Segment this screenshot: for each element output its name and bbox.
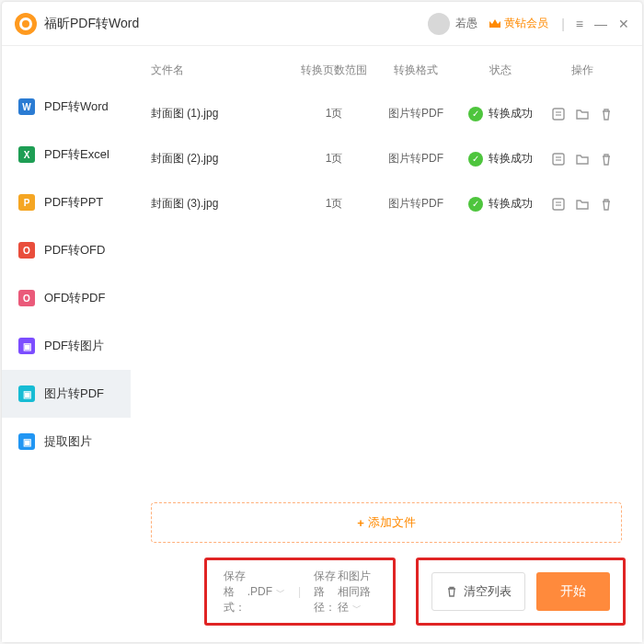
check-icon: ✓ <box>468 107 483 121</box>
svg-rect-6 <box>553 199 564 210</box>
nav-label: PDF转Excel <box>44 146 109 163</box>
bottom-bar: 保存格式： .PDF﹀ | 保存路径： 和图片相同路径﹀ 清空列表 开始 <box>131 546 642 642</box>
folder-icon[interactable] <box>575 197 590 212</box>
options-panel: 保存格式： .PDF﹀ | 保存路径： 和图片相同路径﹀ <box>204 558 396 626</box>
app-title: 福昕PDF转Word <box>44 16 139 32</box>
check-icon: ✓ <box>468 197 483 212</box>
window-controls: | ≡ — ✕ <box>561 17 629 31</box>
table-header: 文件名 转换页数范围 转换格式 状态 操作 <box>131 46 642 91</box>
cell-range: 1页 <box>294 106 373 121</box>
nav-label: PDF转图片 <box>44 338 104 354</box>
sidebar-item-pdf-to-word[interactable]: WPDF转Word <box>2 83 131 131</box>
vip-label: 黄钻会员 <box>504 16 548 31</box>
trash-icon[interactable] <box>599 107 614 121</box>
divider: | <box>298 585 301 598</box>
titlebar: 福昕PDF转Word 若愚 黄钻会员 | ≡ — ✕ <box>2 2 642 46</box>
table-row: 封面图 (1).jpg 1页 图片转PDF ✓转换成功 <box>131 91 642 136</box>
svg-rect-0 <box>553 109 564 120</box>
cell-range: 1页 <box>294 151 373 167</box>
th-status: 状态 <box>458 63 543 78</box>
th-name: 文件名 <box>151 63 294 78</box>
table-row: 封面图 (3).jpg 1页 图片转PDF ✓转换成功 <box>131 181 642 226</box>
cell-format: 图片转PDF <box>374 196 458 212</box>
plus-icon: + <box>357 516 364 530</box>
svg-rect-3 <box>553 154 564 165</box>
cell-format: 图片转PDF <box>374 151 458 167</box>
nav-label: 提取图片 <box>44 433 92 450</box>
check-icon: ✓ <box>468 152 483 167</box>
save-format-select[interactable]: .PDF﹀ <box>247 585 285 599</box>
nav-label: OFD转PDF <box>44 290 105 306</box>
clear-list-button[interactable]: 清空列表 <box>431 572 525 611</box>
cell-filename: 封面图 (3).jpg <box>151 196 294 212</box>
vip-badge[interactable]: 黄钻会员 <box>489 16 548 31</box>
image-icon: ▣ <box>18 338 35 354</box>
sidebar: WPDF转Word XPDF转Excel PPDF转PPT OPDF转OFD O… <box>2 46 131 642</box>
save-path-label: 保存路径： <box>314 569 338 615</box>
view-icon[interactable] <box>551 197 566 212</box>
trash-icon <box>445 585 458 598</box>
status-badge: ✓转换成功 <box>468 151 533 167</box>
cell-filename: 封面图 (1).jpg <box>151 106 294 121</box>
sidebar-item-pdf-to-excel[interactable]: XPDF转Excel <box>2 131 131 178</box>
action-buttons: 清空列表 开始 <box>416 558 626 626</box>
sidebar-item-image-to-pdf[interactable]: ▣图片转PDF <box>2 370 131 418</box>
divider: | <box>561 17 565 31</box>
extract-icon: ▣ <box>18 433 35 450</box>
start-button[interactable]: 开始 <box>536 572 610 611</box>
sidebar-item-extract-image[interactable]: ▣提取图片 <box>2 418 131 466</box>
sidebar-item-ofd-to-pdf[interactable]: OOFD转PDF <box>2 274 131 322</box>
trash-icon[interactable] <box>599 152 614 167</box>
status-badge: ✓转换成功 <box>468 106 533 121</box>
ofd2-icon: O <box>18 290 35 306</box>
sidebar-item-pdf-to-image[interactable]: ▣PDF转图片 <box>2 322 131 370</box>
view-icon[interactable] <box>551 107 566 121</box>
sidebar-item-pdf-to-ppt[interactable]: PPDF转PPT <box>2 178 131 226</box>
cell-range: 1页 <box>294 196 373 212</box>
cell-filename: 封面图 (2).jpg <box>151 151 294 167</box>
crown-icon <box>489 18 501 29</box>
menu-icon[interactable]: ≡ <box>576 17 583 31</box>
save-format-label: 保存格式： <box>224 569 247 615</box>
sidebar-item-pdf-to-ofd[interactable]: OPDF转OFD <box>2 226 131 274</box>
th-ops: 操作 <box>544 63 622 78</box>
add-file-label: 添加文件 <box>368 514 416 531</box>
add-file-button[interactable]: + 添加文件 <box>151 502 622 543</box>
status-badge: ✓转换成功 <box>468 196 533 212</box>
view-icon[interactable] <box>551 152 566 167</box>
user-name[interactable]: 若愚 <box>455 16 477 31</box>
nav-label: 图片转PDF <box>44 385 104 402</box>
app-window: 福昕PDF转Word 若愚 黄钻会员 | ≡ — ✕ WPDF转Word XPD… <box>2 2 642 642</box>
ofd-icon: O <box>18 242 35 259</box>
ppt-icon: P <box>18 194 35 211</box>
nav-label: PDF转OFD <box>44 242 105 259</box>
save-path-select[interactable]: 和图片相同路径﹀ <box>338 569 376 615</box>
folder-icon[interactable] <box>575 107 590 121</box>
folder-icon[interactable] <box>575 152 590 167</box>
th-range: 转换页数范围 <box>294 63 373 78</box>
chevron-down-icon: ﹀ <box>352 603 362 613</box>
main-panel: 文件名 转换页数范围 转换格式 状态 操作 封面图 (1).jpg 1页 图片转… <box>131 46 642 642</box>
clear-label: 清空列表 <box>464 583 512 600</box>
nav-label: PDF转PPT <box>44 194 103 211</box>
close-icon[interactable]: ✕ <box>618 17 629 31</box>
word-icon: W <box>18 98 35 115</box>
trash-icon[interactable] <box>599 197 614 212</box>
table-row: 封面图 (2).jpg 1页 图片转PDF ✓转换成功 <box>131 136 642 181</box>
nav-label: PDF转Word <box>44 98 109 115</box>
chevron-down-icon: ﹀ <box>276 587 285 597</box>
image2-icon: ▣ <box>18 385 35 402</box>
avatar[interactable] <box>428 13 450 35</box>
excel-icon: X <box>18 146 35 163</box>
app-logo <box>15 13 37 35</box>
cell-format: 图片转PDF <box>374 106 458 121</box>
th-format: 转换格式 <box>374 63 458 78</box>
minimize-icon[interactable]: — <box>594 17 607 31</box>
